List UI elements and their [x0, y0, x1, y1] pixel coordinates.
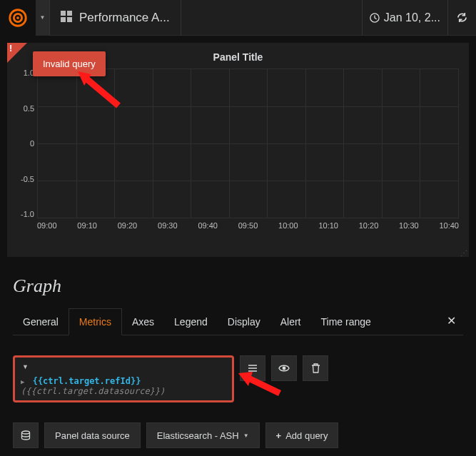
exclamation-icon: !: [9, 43, 12, 54]
grafana-logo-icon: [7, 7, 29, 29]
query-datasource: ({{ctrl.target.datasource}}): [21, 386, 165, 396]
editor-tabs: General Metrics Axes Legend Display Aler…: [13, 307, 463, 335]
tab-alert[interactable]: Alert: [270, 309, 311, 335]
svg-point-2: [16, 16, 19, 19]
chevron-down-icon[interactable]: ▼: [21, 362, 226, 372]
tab-display[interactable]: Display: [218, 309, 270, 335]
query-text: ▶ {{ctrl.target.refId}} ({{ctrl.target.d…: [21, 376, 226, 396]
add-query-button[interactable]: + Add query: [265, 422, 339, 448]
eye-icon: [278, 363, 290, 374]
time-range-picker[interactable]: Jan 10, 2...: [362, 0, 447, 36]
top-navbar: ▼ Performance A... Jan 10, 2...: [0, 0, 476, 36]
tab-time-range[interactable]: Time range: [310, 309, 380, 335]
toggle-query-visibility-button[interactable]: [271, 355, 297, 381]
editor-type-title: Graph: [13, 275, 463, 297]
time-range-label: Jan 10, 2...: [384, 11, 440, 24]
dashboard-icon: [61, 11, 72, 25]
query-refid: {{ctrl.target.refId}}: [33, 376, 141, 386]
query-row-a[interactable]: ▼ ▶ {{ctrl.target.refId}} ({{ctrl.target…: [13, 355, 234, 402]
trash-icon: [311, 363, 320, 373]
tab-legend[interactable]: Legend: [164, 309, 218, 335]
close-editor-button[interactable]: ✕: [440, 307, 463, 335]
chart-area: 1.0 0.5 0 -0.5 -1.0: [37, 69, 459, 233]
plus-icon: +: [276, 430, 282, 441]
error-tooltip: Invalid query: [33, 51, 106, 76]
query-menu-button[interactable]: [240, 355, 265, 381]
svg-rect-3: [61, 11, 66, 16]
x-axis-labels: 09:00 09:10 09:20 09:30 09:40 09:50 10:0…: [37, 221, 459, 230]
y-axis-labels: 1.0 0.5 0 -0.5 -1.0: [17, 69, 34, 218]
database-icon: [21, 430, 31, 440]
svg-rect-4: [67, 11, 72, 16]
tab-metrics[interactable]: Metrics: [69, 308, 122, 335]
query-block: ▼ ▶ {{ctrl.target.refId}} ({{ctrl.target…: [13, 355, 463, 402]
datasource-selected: Elasticsearch - ASH: [157, 430, 239, 441]
dashboard-title: Performance A...: [79, 11, 170, 25]
main-menu-toggle[interactable]: ▼: [36, 0, 50, 36]
refresh-button[interactable]: [447, 0, 476, 36]
datasource-select[interactable]: Elasticsearch - ASH ▼: [146, 422, 260, 448]
delete-query-button[interactable]: [303, 355, 328, 381]
tab-general[interactable]: General: [13, 309, 69, 335]
refresh-icon: [457, 12, 467, 23]
panel-container: ! Invalid query Panel Title 1.0 0.5 0 -0…: [0, 36, 476, 264]
resize-handle[interactable]: ⋰: [460, 251, 467, 255]
panel-datasource-label: Panel data source: [44, 422, 141, 448]
svg-rect-6: [67, 17, 72, 22]
dashboard-title-link[interactable]: Performance A...: [50, 0, 181, 36]
grafana-logo[interactable]: [0, 0, 36, 36]
chevron-down-icon: ▼: [243, 432, 249, 439]
svg-point-8: [283, 367, 286, 370]
panel-editor: Graph General Metrics Axes Legend Displa…: [0, 264, 476, 456]
svg-rect-5: [61, 17, 66, 22]
chevron-right-icon[interactable]: ▶: [21, 378, 24, 385]
hamburger-icon: [248, 363, 258, 373]
svg-point-9: [22, 431, 30, 434]
tab-axes[interactable]: Axes: [122, 309, 164, 335]
query-footer: Panel data source Elasticsearch - ASH ▼ …: [13, 422, 463, 448]
chart-grid: [37, 69, 459, 218]
graph-panel: ! Invalid query Panel Title 1.0 0.5 0 -0…: [7, 43, 469, 257]
datasource-icon-button[interactable]: [13, 422, 39, 448]
clock-icon: [370, 13, 380, 23]
